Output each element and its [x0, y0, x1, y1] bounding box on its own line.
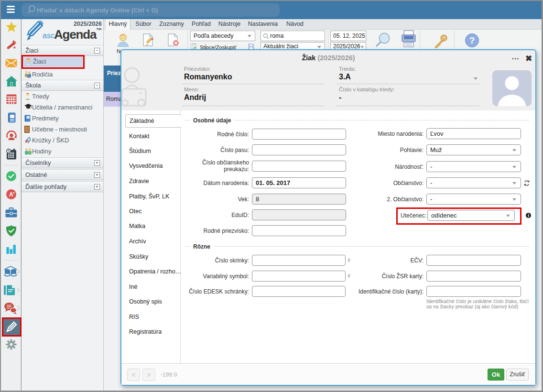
svg-text:+: + — [13, 191, 15, 195]
